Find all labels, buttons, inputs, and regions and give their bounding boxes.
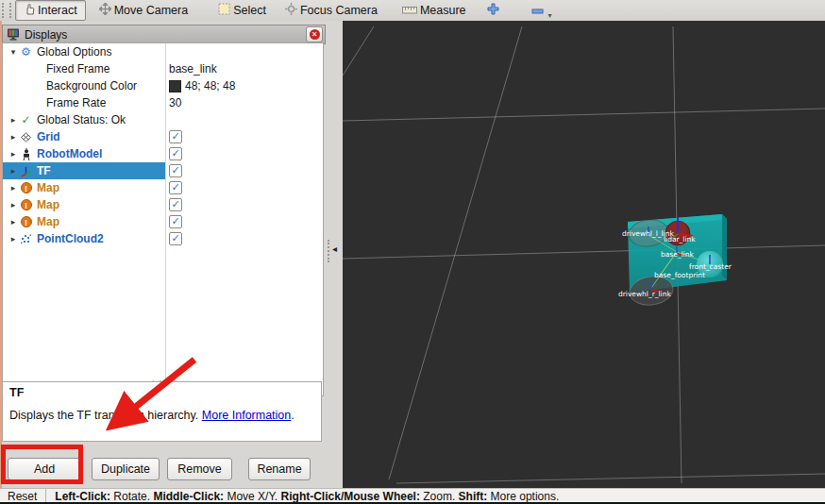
grid-lines: [343, 26, 825, 483]
tf-axes-icon: [19, 165, 33, 177]
display-actions: AddDuplicateRemoveRename: [2, 458, 324, 482]
tree-row-tf[interactable]: ▸TF✓: [3, 162, 323, 179]
measure-icon: [402, 4, 417, 17]
row-label: Background Color: [46, 79, 137, 92]
viewport-splitter-handle[interactable]: [328, 240, 329, 262]
property-value[interactable]: 48; 48; 48: [185, 79, 235, 92]
color-swatch[interactable]: [169, 80, 181, 92]
tool-select[interactable]: Select: [218, 1, 266, 20]
visibility-checkbox[interactable]: ✓: [169, 215, 182, 228]
toolbar-drag-handle[interactable]: [2, 3, 11, 18]
plus-icon: [487, 3, 499, 18]
row-label: Grid: [37, 130, 60, 143]
property-value[interactable]: 30: [169, 96, 181, 109]
warning-icon: !: [19, 199, 33, 210]
status-bar: Reset Left-Click: Rotate. Middle-Click: …: [0, 488, 825, 503]
row-label: Global Status: Ok: [37, 113, 126, 126]
svg-text:drivewhl_r_link: drivewhl_r_link: [618, 290, 671, 298]
reset-button[interactable]: Reset: [0, 489, 46, 503]
3d-viewport[interactable]: drivewhl_l_link lidar_link base_link fro…: [343, 21, 825, 488]
panel-title: Displays: [25, 28, 67, 42]
displays-panel-header[interactable]: Displays ✕: [2, 25, 326, 44]
visibility-checkbox[interactable]: ✓: [169, 232, 182, 245]
select-icon: [218, 3, 230, 18]
property-value[interactable]: base_link: [169, 62, 217, 76]
grid-icon: [19, 131, 33, 143]
rename-button[interactable]: Rename: [248, 458, 311, 480]
tool-focus-camera[interactable]: Focus Camera: [285, 1, 378, 20]
visibility-checkbox[interactable]: ✓: [169, 198, 182, 211]
tool-label: Focus Camera: [300, 4, 378, 17]
more-information-link[interactable]: More Information: [202, 409, 291, 422]
focus-icon: [285, 3, 297, 18]
visibility-checkbox[interactable]: ✓: [169, 181, 182, 194]
row-label: Map: [37, 181, 59, 194]
tree-row-frame-rate[interactable]: Frame Rate30: [3, 94, 323, 111]
svg-text:base_link: base_link: [661, 250, 695, 259]
tree-row-pointcloud2[interactable]: ▸PointCloud2✓: [3, 230, 323, 247]
hand-icon: [24, 3, 35, 18]
description-text: Displays the TF transform hierarchy. Mor…: [9, 409, 314, 424]
row-label: Fixed Frame: [46, 62, 109, 76]
visibility-checkbox[interactable]: ✓: [169, 164, 182, 177]
duplicate-button[interactable]: Duplicate: [92, 458, 160, 480]
tool-interact[interactable]: Interact: [15, 0, 86, 21]
tree-row-map[interactable]: ▸!Map✓: [3, 196, 323, 213]
tool-label: Measure: [420, 4, 466, 17]
displays-panel: Displays ✕ ▾⚙Global OptionsFixed Frameba…: [0, 21, 345, 488]
row-label: Global Options: [37, 45, 111, 59]
expand-open-icon[interactable]: ▾: [8, 47, 19, 57]
expand-closed-icon[interactable]: ▸: [8, 166, 19, 176]
svg-text:lidar_link: lidar_link: [664, 235, 696, 244]
expand-closed-icon[interactable]: ▸: [8, 149, 19, 159]
row-label: TF: [37, 164, 51, 177]
move-icon: [99, 3, 111, 18]
close-icon: ✕: [310, 29, 320, 40]
toolbar: InteractMove CameraSelectFocus CameraMea…: [0, 0, 825, 22]
row-label: RobotModel: [37, 147, 102, 160]
row-label: Map: [37, 215, 59, 228]
visibility-checkbox[interactable]: ✓: [169, 130, 182, 143]
tree-row-fixed-frame[interactable]: Fixed Framebase_link: [3, 60, 323, 77]
expand-closed-icon[interactable]: ▸: [8, 115, 19, 125]
remove-button[interactable]: Remove: [167, 458, 232, 480]
mouse-help-text: Left-Click: Rotate. Middle-Click: Move X…: [55, 490, 559, 503]
row-label: Map: [37, 198, 59, 211]
visibility-checkbox[interactable]: ✓: [169, 147, 182, 160]
minus-icon: [531, 4, 544, 17]
display-description-panel: TF Displays the TF transform hierarchy. …: [2, 381, 322, 442]
remove-tool-button[interactable]: ▾: [531, 1, 552, 20]
chevron-down-icon[interactable]: ▾: [548, 11, 552, 20]
expand-closed-icon[interactable]: ▸: [8, 217, 19, 227]
tool-move-camera[interactable]: Move Camera: [99, 1, 189, 20]
description-title: TF: [9, 386, 314, 399]
tool-measure[interactable]: Measure: [402, 1, 466, 20]
tree-row-global-options[interactable]: ▾⚙Global Options: [3, 43, 323, 60]
svg-text:base_footprint: base_footprint: [654, 271, 705, 279]
expand-closed-icon[interactable]: ▸: [8, 200, 19, 210]
add-button[interactable]: Add: [8, 458, 81, 480]
svg-text:front_caster: front_caster: [689, 262, 732, 271]
row-label: Frame Rate: [46, 96, 106, 109]
collapse-panel-icon[interactable]: ◂: [332, 244, 337, 254]
expand-closed-icon[interactable]: ▸: [8, 132, 19, 142]
displays-tree: ▾⚙Global OptionsFixed Framebase_linkBack…: [2, 42, 324, 396]
pointcloud-icon: [19, 233, 33, 245]
expand-closed-icon[interactable]: ▸: [8, 183, 19, 193]
tree-row-map[interactable]: ▸!Map✓: [3, 213, 323, 230]
tree-row-grid[interactable]: ▸Grid✓: [3, 128, 323, 145]
add-tool-button[interactable]: [487, 1, 499, 20]
tree-row-robotmodel[interactable]: ▸RobotModel✓: [3, 145, 323, 162]
warning-icon: !: [19, 216, 33, 227]
check-icon: ✓: [19, 113, 33, 126]
close-panel-button[interactable]: ✕: [306, 26, 323, 42]
tool-label: Select: [233, 4, 266, 17]
tree-row-global-status-ok[interactable]: ▸✓Global Status: Ok: [3, 111, 323, 128]
tree-row-map[interactable]: ▸!Map✓: [3, 179, 323, 196]
expand-closed-icon[interactable]: ▸: [8, 234, 19, 244]
monitor-icon: [7, 28, 20, 41]
warning-icon: !: [19, 182, 33, 193]
row-label: PointCloud2: [37, 232, 104, 245]
robot-icon: [19, 148, 33, 160]
tree-row-background-color[interactable]: Background Color48; 48; 48: [3, 77, 323, 94]
